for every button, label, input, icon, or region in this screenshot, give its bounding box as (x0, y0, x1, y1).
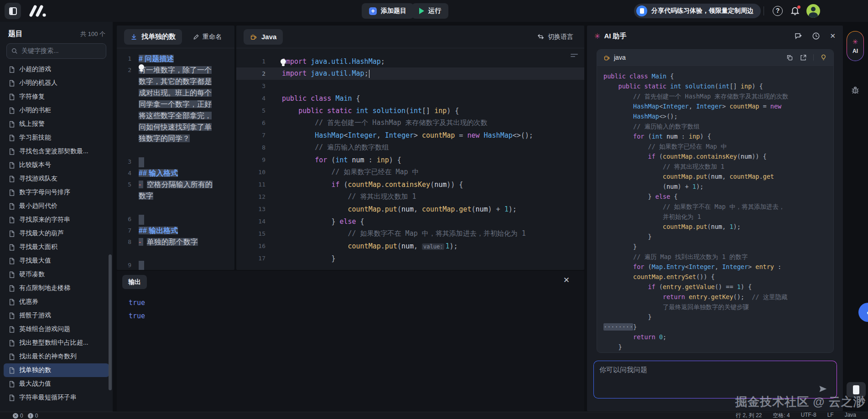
rename-label: 重命名 (203, 33, 222, 41)
status-item[interactable]: 行 2, 列 22 (736, 412, 762, 419)
ai-code-line: countMap.put(num, 1); (603, 222, 833, 232)
copy-icon[interactable] (786, 54, 793, 61)
code-line: 11 if (countMap.containsKey(num)) { (236, 178, 584, 191)
output-close-icon[interactable]: ✕ (563, 275, 570, 285)
coffee-icon (603, 54, 610, 61)
markdown-editor[interactable]: 1# 问题描述2有一堆数字，除了一个数字，其它的数字都是成对出现。班上的每个同学… (117, 48, 234, 270)
sidebar-item[interactable]: 找单独的数 (4, 363, 109, 377)
sidebar-item-label: 最大战力值 (19, 380, 51, 388)
phone-icon (853, 385, 859, 394)
status-item[interactable]: 空格: 4 (773, 412, 790, 419)
ai-close-icon[interactable]: ✕ (830, 32, 836, 40)
minimap[interactable] (571, 54, 578, 58)
lightbulb-icon[interactable] (820, 54, 827, 61)
new-chat-icon[interactable] (794, 32, 802, 40)
line-number: 1 (117, 53, 139, 64)
file-icon (8, 244, 15, 251)
insert-code-icon[interactable] (800, 54, 807, 61)
sidebar-scrollbar[interactable] (109, 254, 112, 390)
sidebar-item[interactable]: 小明的书柜 (4, 103, 109, 117)
avatar[interactable] (806, 4, 820, 18)
rename-button[interactable]: 重命名 (193, 33, 222, 41)
sidebar-item[interactable]: 线上报警 (4, 117, 109, 131)
sidebar-item[interactable]: 寻找原来的字符串 (4, 213, 109, 227)
switch-language-label: 切换语言 (548, 33, 573, 41)
line-number: 7 (236, 132, 265, 139)
notification-bell-icon[interactable] (790, 5, 801, 16)
line-number: 16 (236, 243, 265, 249)
code-line: 3 (236, 80, 584, 92)
play-icon (419, 8, 424, 14)
line-number: 9 (117, 259, 139, 270)
sidebar-item[interactable]: 最大战力值 (4, 377, 109, 391)
sidebar-item[interactable]: 字符串最短循环子串 (4, 391, 109, 404)
help-icon[interactable]: ? (773, 6, 783, 16)
debug-bug-icon[interactable] (851, 86, 860, 95)
sidebar-item[interactable]: 寻找包含斐波那契数最... (4, 145, 109, 158)
sidebar-item-label: 寻找原来的字符串 (19, 216, 70, 224)
sidebar-toggle-button[interactable] (5, 3, 21, 19)
code-line: 13 countMap.put(num, countMap.get(num) +… (236, 203, 584, 215)
sidebar-item[interactable]: 学习新技能 (4, 131, 109, 145)
feedback-widget-button[interactable] (847, 382, 866, 398)
sidebar-item[interactable]: 小明的机器人 (4, 76, 109, 90)
sidebar-item[interactable]: 寻找最大值 (4, 254, 109, 268)
code-language-label: java (614, 54, 626, 61)
file-icon (8, 340, 15, 347)
sidebar-item[interactable]: 优惠券 (4, 295, 109, 309)
sidebar-item[interactable]: 找出整型数组中占比超... (4, 336, 109, 350)
sidebar-item[interactable]: 数字字母问号排序 (4, 186, 109, 199)
sidebar-item-label: 找出最长的神奇数列 (19, 352, 77, 361)
problem-tab[interactable]: 找单独的数 (124, 29, 182, 45)
sidebar-item[interactable]: 摇骰子游戏 (4, 309, 109, 322)
status-item[interactable]: UTF-8 (801, 412, 816, 419)
ai-code-line: return entry.getKey(); // 这里隐藏 (603, 292, 833, 302)
problem-sidebar: 题目 共 100 个 关键字搜索... 小超的游戏小明的机器人字符修复小明的书柜… (0, 22, 113, 412)
language-tab[interactable]: Java (244, 29, 283, 45)
history-icon[interactable] (812, 32, 820, 40)
sidebar-item[interactable]: 小超的游戏 (4, 62, 109, 76)
problems-summary[interactable]: ✕ 0 ! 0 (13, 413, 38, 419)
file-icon (8, 189, 15, 196)
line-number: 3 (236, 83, 265, 89)
sidebar-item[interactable]: 英雄组合游戏问题 (4, 322, 109, 336)
sidebar-item[interactable]: 最小趋同代价 (4, 199, 109, 213)
megaphone-icon (636, 5, 647, 16)
run-button[interactable]: 运行 (412, 3, 448, 19)
sidebar-item-label: 摇骰子游戏 (19, 311, 51, 320)
lightbulb-hint-icon[interactable] (281, 59, 286, 67)
code-line: 15 // 如果数字不在 Map 中，将其添加进去，并初始化为 1 (236, 228, 584, 240)
file-icon (8, 299, 15, 305)
plus-icon: + (369, 7, 377, 15)
ai-toggle-button[interactable]: ✳ AI (847, 31, 864, 61)
problem-list: 小超的游戏小明的机器人字符修复小明的书柜线上报警学习新技能寻找包含斐波那契数最.… (0, 62, 113, 404)
sidebar-item[interactable]: 找出最长的神奇数列 (4, 350, 109, 363)
output-line: true (129, 296, 584, 310)
sidebar-item[interactable]: 寻找最大面积 (4, 240, 109, 254)
add-problem-button[interactable]: + 添加题目 (362, 3, 414, 19)
error-icon: ✕ (13, 413, 18, 419)
status-item[interactable]: Java (845, 412, 856, 419)
sidebar-item[interactable]: 寻找最大的葫芦 (4, 227, 109, 240)
app-logo[interactable] (27, 4, 48, 18)
ai-chat-input[interactable] (599, 366, 818, 393)
code-editor[interactable]: 1import java.util.HashMap;2import java.u… (236, 48, 584, 264)
code-line: 1import java.util.HashMap; (236, 55, 584, 67)
sidebar-item[interactable]: 比较版本号 (4, 158, 109, 172)
markdown-line: 4## 输入格式 (117, 167, 234, 179)
lightbulb-hint-icon[interactable] (139, 64, 145, 72)
search-input[interactable]: 关键字搜索... (6, 43, 106, 59)
sidebar-item[interactable]: 硬币凑数 (4, 268, 109, 281)
status-item[interactable]: LF (827, 412, 834, 419)
promo-banner[interactable]: 分享代码练习体验，领限量定制周边 (634, 4, 761, 18)
sidebar-item[interactable]: 有点限制地走楼梯 (4, 281, 109, 295)
ai-chat-input-box[interactable] (593, 361, 837, 398)
markdown-line: 5- 空格分隔输入所有的数字 (117, 179, 234, 202)
sidebar-item[interactable]: 字符修复 (4, 90, 109, 103)
sidebar-item-label: 最小趋同代价 (19, 202, 57, 210)
markdown-line: 9 (117, 259, 234, 270)
sidebar-item[interactable]: 寻找游戏队友 (4, 172, 109, 186)
switch-language-button[interactable]: 切换语言 (537, 33, 573, 41)
search-icon (11, 48, 18, 54)
send-icon[interactable] (818, 384, 827, 393)
